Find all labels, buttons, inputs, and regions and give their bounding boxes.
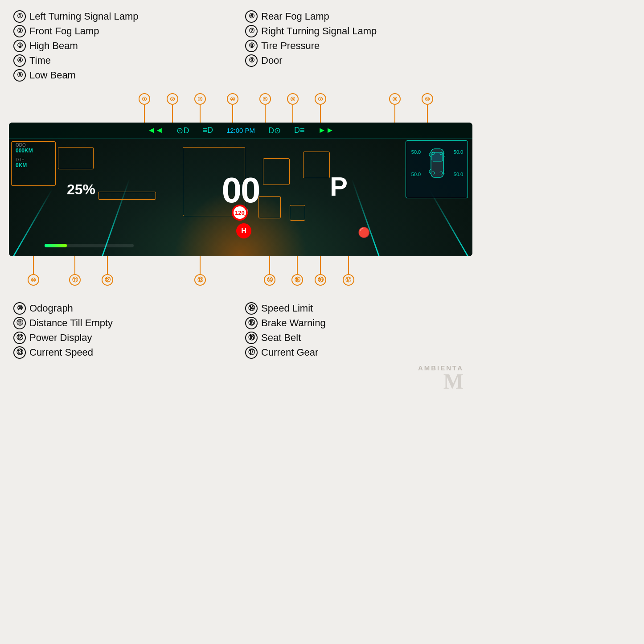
legend-item-2: ② Front Fog Lamp: [13, 24, 236, 38]
callout-15-below: ⑮: [291, 256, 303, 286]
front-fog-icon: ⊙D: [176, 126, 189, 135]
callout-10-below: ⑩: [28, 256, 39, 286]
callout-11-below: ⑪: [69, 256, 81, 286]
tire-car-display: [429, 148, 445, 178]
brand-name: AMBIENTA: [245, 364, 464, 372]
callout-4-above: ④: [227, 93, 238, 123]
right-turn-signal-icon: ►►: [318, 126, 334, 135]
top-bar: ◄◄ ⊙D ≡D 12:00 PM D⊙ D≡ ►►: [9, 123, 472, 139]
speed-limit-sign: 120: [232, 205, 248, 221]
legend-item-17: ⑰ Current Gear: [245, 345, 468, 360]
legend-item-13: ⑬ Current Speed: [13, 345, 236, 360]
odograph-panel: ODO 000KM: [16, 143, 33, 154]
speed-number: 00: [222, 172, 260, 208]
brand-area: AMBIENTA M: [245, 364, 468, 391]
left-info-panel: ODO 000KM DTE 0KM: [16, 143, 33, 168]
legend-item-7: ⑦ Right Turning Signal Lamp: [245, 24, 468, 38]
diagram-wrapper: ① ② ③ ④ ⑤ ⑥ ⑦ ⑧: [9, 87, 472, 292]
callout-16-below: ⑯: [315, 256, 326, 286]
legend-top: ① Left Turning Signal Lamp ② Front Fog L…: [9, 9, 472, 82]
svg-rect-1: [432, 152, 443, 161]
callout-3-above: ③: [194, 93, 206, 123]
tire-rl: 50.0: [411, 172, 421, 177]
legend-left-col: ① Left Turning Signal Lamp ② Front Fog L…: [13, 9, 236, 82]
brake-warning-indicator: H: [236, 223, 251, 238]
legend-item-8: ⑧ Tire Pressure: [245, 38, 468, 53]
callout-6-above: ⑥: [287, 93, 299, 123]
tire-pressure-panel: 50.0 50.0 50.0 50.0: [406, 140, 468, 198]
high-beam-icon: ≡D: [202, 126, 213, 135]
legend-item-5: ⑤ Low Beam: [13, 68, 236, 82]
legend-bottom-right: ⑭ Speed Limit ⑮ Brake Warning ⑯ Seat Bel…: [245, 301, 468, 391]
legend-item-15: ⑮ Brake Warning: [245, 316, 468, 330]
legend-item-6: ⑥ Rear Fog Lamp: [245, 9, 468, 24]
legend-item-4: ④ Time: [13, 53, 236, 68]
battery-bar-fill: [45, 244, 67, 247]
callout-1-above: ①: [139, 93, 150, 123]
callout-9-above: ⑨: [422, 93, 433, 123]
dte-panel: DTE 0KM: [16, 157, 33, 168]
callout-12-below: ⑫: [102, 256, 113, 286]
legend-item-10: ⑩ Odograph: [13, 301, 236, 316]
callout-17-below: ⑰: [343, 256, 354, 286]
tire-fr: 50.0: [454, 149, 463, 155]
legend-item-3: ③ High Beam: [13, 38, 236, 53]
legend-item-9: ⑨ Door: [245, 53, 468, 68]
legend-item-12: ⑫ Power Display: [13, 330, 236, 345]
callout-2-above: ②: [167, 93, 178, 123]
callout-5-above: ⑤: [259, 93, 271, 123]
callout-7-above: ⑦: [315, 93, 326, 123]
battery-bar: [45, 244, 134, 247]
low-beam-icon: D⊙: [268, 126, 281, 135]
legend-item-11: ⑪ Distance Till Empty: [13, 316, 236, 330]
legend-item-16: ⑯ Seat Belt: [245, 330, 468, 345]
tire-rr: 50.0: [454, 172, 463, 177]
time-display: 12:00 PM: [226, 127, 255, 134]
callout-8-above: ⑧: [389, 93, 401, 123]
battery-percentage: 25%: [67, 181, 95, 198]
brand-logo: M: [245, 372, 464, 391]
seatbelt-indicator: 🔴: [358, 227, 370, 238]
callout-below-row: ⑩ ⑪ ⑫ ⑬ ⑭ ⑮ ⑯ ⑰: [9, 256, 472, 292]
legend-right-col: ⑥ Rear Fog Lamp ⑦ Right Turning Signal L…: [245, 9, 468, 82]
legend-bottom: ⑩ Odograph ⑪ Distance Till Empty ⑫ Power…: [9, 301, 472, 391]
legend-bottom-left: ⑩ Odograph ⑪ Distance Till Empty ⑫ Power…: [13, 301, 236, 391]
left-turn-signal-icon: ◄◄: [148, 126, 164, 135]
legend-item-14: ⑭ Speed Limit: [245, 301, 468, 316]
callout-above-row: ① ② ③ ④ ⑤ ⑥ ⑦ ⑧: [9, 87, 472, 123]
rear-fog-icon: D≡: [294, 126, 305, 135]
legend-item-1: ① Left Turning Signal Lamp: [13, 9, 236, 24]
callout-14-below: ⑭: [264, 256, 275, 286]
gear-display: P: [330, 171, 348, 202]
callout-13-below: ⑬: [194, 256, 206, 286]
car-icon: [429, 148, 445, 178]
tire-fl: 50.0: [411, 149, 421, 155]
dashboard: ◄◄ ⊙D ≡D 12:00 PM D⊙ D≡ ►► ODO 000KM DTE…: [9, 123, 472, 256]
